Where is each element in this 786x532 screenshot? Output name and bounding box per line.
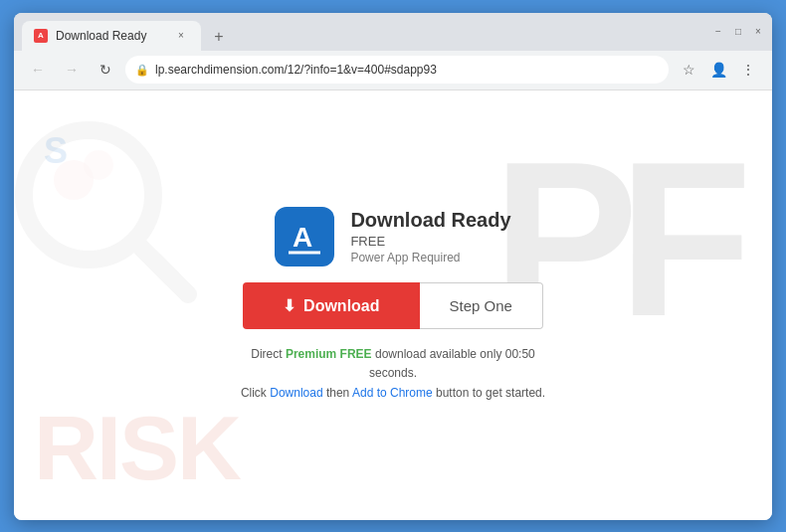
- nav-right-icons: ☆ 👤 ⋮: [675, 56, 762, 84]
- tabs-area: A Download Ready × +: [22, 13, 712, 51]
- forward-button[interactable]: →: [58, 56, 86, 84]
- promo-direct: Direct: [251, 347, 286, 361]
- new-tab-button[interactable]: +: [205, 23, 233, 51]
- download-button[interactable]: ⬇ Download: [243, 282, 419, 329]
- tab-title: Download Ready: [56, 29, 165, 43]
- watermark-risk: RISK: [34, 398, 240, 500]
- app-requirement: Power App Required: [350, 251, 510, 265]
- back-button[interactable]: ←: [24, 56, 52, 84]
- app-name: Download Ready: [350, 209, 510, 232]
- app-info: A Download Ready FREE Power App Required: [275, 207, 510, 266]
- nav-bar: ← → ↻ 🔒 lp.searchdimension.com/12/?info=…: [14, 51, 772, 90]
- title-bar: A Download Ready × + − □ ×: [14, 13, 772, 51]
- menu-button[interactable]: ⋮: [734, 56, 762, 84]
- promo-text: Direct Premium FREE download available o…: [234, 345, 552, 403]
- svg-point-3: [84, 150, 113, 180]
- page-content: PF RISK S: [14, 90, 772, 520]
- tab-favicon: A: [34, 29, 48, 43]
- close-window-button[interactable]: ×: [752, 26, 764, 38]
- watermark-logo: S: [44, 130, 68, 172]
- svg-line-1: [138, 245, 188, 294]
- browser-window: A Download Ready × + − □ × ← → ↻ 🔒 lp.se…: [14, 13, 772, 520]
- bookmark-button[interactable]: ☆: [675, 56, 702, 84]
- app-price: FREE: [350, 234, 510, 249]
- download-icon: ⬇: [283, 296, 295, 315]
- download-button-label: Download: [303, 297, 379, 315]
- watermark-s-letter: S: [44, 130, 68, 172]
- promo-free: FREE: [336, 347, 371, 361]
- promo-download-link[interactable]: Download: [270, 386, 322, 400]
- watermark-search: [14, 110, 203, 333]
- address-bar[interactable]: 🔒 lp.searchdimension.com/12/?info=1&v=40…: [125, 56, 669, 84]
- app-icon: A: [275, 207, 334, 266]
- tab-close-button[interactable]: ×: [173, 28, 189, 44]
- refresh-button[interactable]: ↻: [92, 56, 119, 84]
- active-tab[interactable]: A Download Ready ×: [22, 21, 201, 51]
- promo-click: Click: [241, 386, 270, 400]
- app-details: Download Ready FREE Power App Required: [350, 209, 510, 265]
- maximize-button[interactable]: □: [732, 26, 744, 38]
- promo-add-chrome-link[interactable]: Add to Chrome: [352, 386, 433, 400]
- svg-point-0: [24, 130, 153, 260]
- action-buttons: ⬇ Download Step One: [243, 282, 543, 329]
- window-controls: − □ ×: [712, 26, 764, 38]
- promo-then: then: [323, 386, 352, 400]
- profile-button[interactable]: 👤: [704, 56, 732, 84]
- promo-end: button to get started.: [433, 386, 545, 400]
- lock-icon: 🔒: [135, 64, 149, 77]
- svg-text:A: A: [293, 222, 312, 253]
- promo-premium: Premium: [286, 347, 336, 361]
- url-text: lp.searchdimension.com/12/?info=1&v=400#…: [155, 63, 437, 77]
- minimize-button[interactable]: −: [712, 26, 724, 38]
- download-card: A Download Ready FREE Power App Required…: [234, 207, 552, 403]
- step-one-button[interactable]: Step One: [420, 282, 543, 329]
- promo-line2: download available only: [372, 347, 505, 361]
- svg-point-2: [54, 160, 94, 200]
